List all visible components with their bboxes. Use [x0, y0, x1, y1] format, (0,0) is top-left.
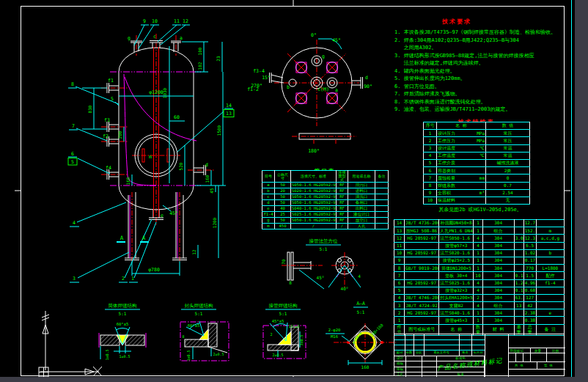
bom-row-mat: 304 [482, 220, 514, 227]
bom-row: 13 按HGJ 508-86 人孔PN1.6 DN450 1 组合 152.5 … [394, 227, 565, 235]
bom-row-uw [514, 309, 523, 317]
bom-row-name: 接管φ45×3 [439, 317, 474, 324]
bom-row-qty: 1 [474, 227, 482, 235]
nozzle-row-std: S020-1.6 HG20592-97 [291, 188, 337, 194]
nozzle-row-std: S050-1.6 HG20592-97 [291, 218, 337, 224]
tech-row-no: 4 [424, 152, 437, 159]
nozzle-row-sym: a [262, 183, 275, 188]
nozzle-row-use: 出料口 [348, 206, 375, 212]
bom-row-qty: 1 [474, 309, 482, 317]
bom-row-uw [514, 265, 523, 272]
aa-holes: 2-φ20 [328, 328, 341, 333]
nozzle-row: a 50 S050-1.6 HG20592-97 RF 排污口 [262, 183, 389, 188]
bom-row-rk: L=1800 [536, 265, 564, 272]
weld3-scale: 5:1 [279, 311, 287, 316]
tech-row-name: 工作介质 [437, 159, 486, 166]
bom-row-tw: 152.5 [523, 227, 536, 235]
dim-160-left: 160 [125, 177, 131, 185]
weld2-scale: 5:1 [195, 311, 203, 316]
sheet-total-label: 共 张 [515, 364, 523, 367]
bom-row-uw [514, 220, 523, 227]
balloon-14: 14 [226, 103, 232, 109]
weld3-title: 接管焊缝结构 [269, 303, 298, 309]
bom-row-no: 9 [394, 257, 405, 264]
titleblock-line [537, 361, 537, 369]
bom-row-no: 11 [394, 242, 405, 249]
stage-mark-label: 阶段标记 [510, 349, 523, 353]
bom-row-mat: 304 [482, 272, 514, 279]
role-label: 审核 [394, 367, 406, 372]
balloon-3: 3 [73, 276, 76, 282]
nozzle-row-dn: 50 [275, 218, 291, 224]
bom-row-name: 筒体DN1200×5 [439, 265, 474, 272]
nozzle-row-dn: 20 [275, 188, 291, 194]
tech-row: 1 设计压力MPa 常压 [424, 130, 530, 137]
nozzle-row-use: 进料口 [348, 188, 375, 194]
change-record-label: 年月日 [471, 350, 485, 356]
bom-row-mat: 304 [482, 265, 514, 272]
tech-row-no: 2 [424, 137, 437, 144]
bom-row-name: 支腿B2 [439, 302, 474, 309]
nozzle-row-face: RF [337, 183, 348, 188]
balloon-4: 4 [73, 220, 76, 226]
nozzle-row-face: RF [337, 194, 348, 200]
nozzle-row-std: S050-1.6 HG20592-97 [291, 183, 337, 188]
bom-row-no: 4 [394, 294, 405, 301]
nozzle-row-sym: e [262, 206, 275, 212]
tech-header-value: 数 值 [486, 122, 530, 130]
angle-45: 45° [332, 37, 341, 43]
weld3-gap: 2±0.5 [272, 353, 283, 357]
bom-row-qty: 4 [474, 242, 482, 249]
bom-row-rk: e [536, 309, 564, 317]
section-mark-a1: A [120, 235, 124, 241]
bom-row: 4 JB/T 4746-2002 封头EHA1200×5 2 304 63.5 … [394, 294, 565, 301]
bom-row-uw [514, 242, 523, 249]
nozzle-row-std: S040-1.6 HG20592-97 [291, 206, 337, 212]
nozzle-label-g: g [128, 35, 131, 41]
bom-row-tw: 0.38 [523, 317, 536, 324]
bom-row-mat: 304 [482, 249, 514, 257]
weld-detail-2: 封头焊缝结构 5:1 60°±5 8 2±0.5 1±0.5 [180, 303, 229, 361]
scrollbar-bottom[interactable] [0, 377, 588, 382]
weld1-scale: 5:1 [119, 311, 127, 316]
nozzle-label-m: m [149, 154, 152, 160]
flange-angle-40: 40° [341, 286, 349, 291]
tech-row: 2 工作压力MPa 常压 [424, 137, 530, 144]
title-block: 标记处数分区更改文件号签名年月日 设计 标准化 校核 审核 工艺 批准 [394, 334, 565, 376]
nozzle-row-face: / [337, 224, 348, 229]
bom-row-mat: 304 [482, 242, 514, 249]
nozzle-header-dn: 公称尺寸 [275, 171, 291, 183]
tech-row-no: 10 [424, 196, 437, 204]
nozzle-row-dn: 40 [275, 206, 291, 212]
bom-row-qty: 1 [474, 265, 482, 272]
bom-row-name: 补强圈DN450×8-C [439, 220, 474, 227]
nozzle-row-note [375, 194, 389, 200]
scrollbar-right[interactable] [575, 0, 588, 382]
nozzle-row: e 40 S040-1.6 HG20592-97 RF 出料口 [262, 206, 389, 212]
role-label: 校核 [394, 361, 406, 366]
tech-row-value: 常压 [486, 130, 530, 137]
bom-row-qty: 1 [474, 257, 482, 264]
tech-row: 8 焊缝系数 0.7 [424, 182, 530, 189]
dim-160-right: 160 [205, 175, 210, 183]
change-record-label: 分区 [414, 350, 424, 356]
tech-row-value: 常压 [486, 137, 530, 144]
tech-row-no: 5 [424, 159, 437, 166]
bom-row-qty: 4 [474, 287, 482, 294]
bom-row-mat: 304 [482, 317, 514, 324]
technical-notes: 技术要求 1. 本设备按JB/T4735—97《钢制焊接常压容器》制造、检验和验… [394, 12, 566, 114]
bom-row-std: HG 20592-97 [405, 249, 439, 257]
bom-row-qty: 10 [474, 272, 482, 279]
nozzle-row-dn: 25 [275, 212, 291, 218]
bom-row: 8 GB/T 9019-2001 筒体DN1200×5 1 304 770 L=… [394, 265, 565, 272]
bom-row-tw: 12.3 [523, 235, 536, 242]
nozzle-header-note: 备注 [375, 171, 389, 183]
dim-520: 520 [178, 162, 183, 170]
bom-row-uw: 1.24 [514, 279, 523, 287]
tech-row: 9 全容积m³ 2.54 [424, 189, 530, 196]
scale-label: 比例 [552, 349, 559, 353]
nozzle-row-std: S025-1.6 HG20592-97 [291, 212, 337, 218]
nozzle-row-dn: 50 [275, 200, 291, 206]
bom-row: 1 接管φ45×3 1 304 0.38 [394, 317, 565, 324]
dim-200: 200 [117, 131, 122, 139]
